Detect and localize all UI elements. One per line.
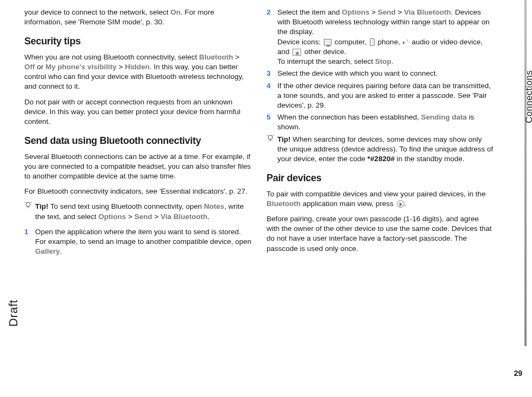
two-column-layout: your device to connect to the network, s…	[24, 8, 494, 259]
menu-via-bluetooth: Via Bluetooth	[404, 8, 451, 16]
code-text: *#2820#	[368, 155, 395, 163]
text: your device to connect to the network, s…	[24, 8, 170, 16]
step-text: Select the device with which you want to…	[277, 69, 437, 78]
svg-line-9	[267, 135, 268, 136]
sep: >	[117, 63, 125, 71]
button-stop: Stop	[375, 57, 391, 65]
text: in the standby mode.	[395, 155, 464, 163]
sep: >	[152, 213, 160, 221]
top-fragment-paragraph: your device to connect to the network, s…	[24, 8, 251, 27]
text: Select the item and	[277, 8, 342, 16]
security-paragraph-1: When you are not using Bluetooth connect…	[24, 52, 251, 92]
step-text: Open the application where the item you …	[35, 227, 251, 257]
svg-text:♪: ♪	[406, 38, 408, 43]
text: To send text using Bluetooth connectivit…	[49, 202, 204, 210]
step-2: 2 Select the item and Options > Send > V…	[267, 8, 494, 67]
lightbulb-icon	[267, 135, 277, 164]
menu-options: Options	[342, 8, 369, 16]
menu-hidden: Hidden	[125, 63, 150, 71]
computer-icon	[324, 39, 331, 45]
phone-icon	[370, 38, 375, 46]
heading-send-data: Send data using Bluetooth connectivity	[24, 134, 251, 147]
tip-block-2: Tip! When searching for devices, some de…	[267, 135, 494, 164]
step-4: 4 If the other device requires pairing b…	[267, 81, 494, 111]
audio-video-icon: ♪	[402, 38, 410, 46]
text: .	[404, 200, 407, 208]
text: application main view, press	[301, 200, 396, 208]
text: .	[208, 213, 210, 221]
sep: >	[396, 8, 404, 16]
text: or	[35, 63, 46, 71]
right-column: 2 Select the item and Options > Send > V…	[267, 8, 494, 259]
tip-text: Tip! When searching for devices, some de…	[277, 135, 494, 164]
send-paragraph-2: For Bluetooth connectivity indicators, s…	[24, 187, 251, 196]
svg-line-3	[31, 202, 32, 203]
heading-security-tips: Security tips	[24, 35, 251, 48]
text: When you are not using Bluetooth connect…	[24, 53, 199, 61]
pair-paragraph-1: To pair with compatible devices and view…	[267, 189, 494, 209]
step-number: 4	[267, 81, 277, 111]
pair-paragraph-2: Before pairing, create your own passcode…	[267, 214, 494, 254]
tip-label: Tip!	[35, 202, 49, 210]
menu-via-bluetooth: Via Bluetooth	[161, 213, 208, 221]
menu-send: Send	[134, 213, 152, 221]
step-1: 1 Open the application where the item yo…	[24, 227, 251, 257]
sep: >	[369, 8, 377, 16]
svg-line-2	[25, 202, 26, 203]
tip-label: Tip!	[277, 135, 291, 143]
step-text: If the other device requires pairing bef…	[277, 81, 494, 111]
text: To interrupt the search, select	[277, 57, 375, 65]
step-number: 2	[267, 8, 277, 67]
sep: >	[126, 213, 134, 221]
step-number: 1	[24, 227, 35, 257]
text: .	[60, 247, 62, 255]
other-device-icon: ✱	[292, 49, 301, 56]
step-text: When the connection has been established…	[277, 113, 494, 132]
text: To pair with compatible devices and view…	[267, 190, 486, 198]
step-5: 5 When the connection has been establish…	[267, 113, 494, 132]
draft-watermark: Draft	[5, 300, 22, 327]
step-number: 3	[267, 69, 277, 78]
text: computer,	[332, 38, 369, 46]
svg-line-10	[273, 135, 274, 136]
left-margin: Draft	[0, 8, 24, 259]
step-text: Select the item and Options > Send > Via…	[277, 8, 494, 67]
left-column: your device to connect to the network, s…	[24, 8, 251, 259]
step-3: 3 Select the device with which you want …	[267, 69, 494, 78]
text: other device.	[302, 48, 346, 56]
send-paragraph-1: Several Bluetooth connections can be act…	[24, 152, 251, 182]
app-gallery: Gallery	[35, 247, 60, 255]
tip-block-1: Tip! To send text using Bluetooth connec…	[24, 202, 251, 221]
option-on: On	[170, 8, 181, 16]
step-number: 5	[267, 113, 277, 132]
thumb-index-bar	[524, 0, 527, 346]
text: Open the application where the item you …	[35, 228, 251, 246]
sep: >	[233, 53, 240, 61]
svg-point-0	[26, 202, 30, 207]
page-content: Draft your device to connect to the netw…	[0, 0, 532, 259]
lightbulb-icon	[24, 202, 35, 221]
tip-text: Tip! To send text using Bluetooth connec…	[35, 202, 251, 221]
menu-bluetooth: Bluetooth	[199, 53, 233, 61]
page-number: 29	[514, 368, 522, 379]
svg-text:✱: ✱	[295, 51, 300, 56]
menu-visibility: My phone's visibility	[45, 63, 117, 71]
text: When the connection has been established…	[277, 113, 421, 121]
text: phone,	[376, 38, 402, 46]
text: .	[391, 57, 394, 65]
right-edge-tab: Connections	[510, 0, 527, 397]
security-paragraph-2: Do not pair with or accept connection re…	[24, 97, 251, 127]
menu-off: Off	[24, 63, 35, 71]
status-sending-data: Sending data	[421, 113, 467, 121]
menu-send: Send	[378, 8, 396, 16]
nav-right-icon	[397, 200, 404, 208]
heading-pair-devices: Pair devices	[267, 171, 494, 184]
app-notes: Notes	[204, 202, 224, 210]
app-bluetooth: Bluetooth	[267, 200, 301, 208]
menu-options: Options	[98, 213, 126, 221]
text: Device icons:	[277, 38, 323, 46]
svg-point-7	[268, 135, 272, 140]
section-tab-label: Connections	[523, 70, 532, 123]
